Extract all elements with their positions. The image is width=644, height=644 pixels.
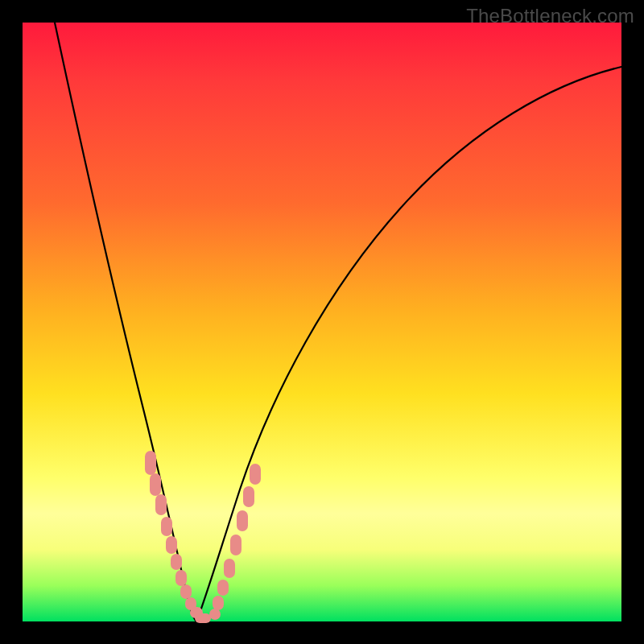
svg-rect-18 (250, 464, 261, 485)
curve-layer (23, 23, 621, 621)
svg-rect-13 (217, 580, 229, 596)
svg-rect-17 (243, 486, 254, 507)
svg-rect-3 (161, 517, 172, 536)
svg-rect-10 (195, 613, 211, 623)
svg-rect-12 (213, 596, 224, 610)
svg-rect-7 (180, 584, 192, 599)
svg-rect-0 (145, 451, 156, 475)
svg-rect-6 (175, 570, 187, 586)
watermark-text: TheBottleneck.com (466, 5, 634, 27)
svg-rect-4 (166, 536, 177, 554)
svg-rect-2 (155, 494, 167, 515)
svg-rect-14 (224, 559, 235, 578)
curve-right (196, 67, 621, 621)
svg-rect-11 (209, 609, 221, 620)
curve-left (55, 23, 196, 621)
plot-area (23, 23, 621, 621)
svg-rect-5 (171, 554, 182, 570)
chart-frame: TheBottleneck.com (0, 0, 644, 644)
svg-rect-15 (230, 535, 242, 555)
svg-rect-16 (237, 510, 248, 531)
svg-rect-1 (150, 473, 161, 496)
